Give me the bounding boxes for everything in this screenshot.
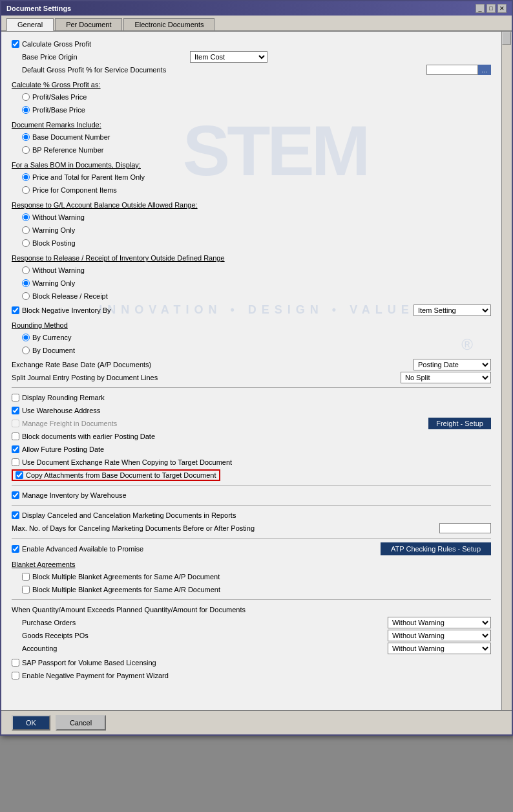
- sap-passport-label[interactable]: SAP Passport for Volume Based Licensing: [12, 659, 156, 667]
- profit-base-price-label[interactable]: Profit/Base Price: [22, 106, 85, 114]
- tab-general[interactable]: General: [6, 18, 54, 31]
- price-component-label[interactable]: Price for Component Items: [22, 186, 117, 194]
- cancel-button[interactable]: Cancel: [56, 715, 106, 731]
- accounting-dropdown[interactable]: Without Warning: [388, 643, 491, 654]
- use-warehouse-checkbox[interactable]: [12, 407, 19, 414]
- remarks-header: Document Remarks Include:: [12, 121, 101, 129]
- bp-reference-row: BP Reference Number: [22, 144, 491, 156]
- atp-label[interactable]: Enable Advanced Available to Promise: [12, 545, 143, 553]
- sap-passport-checkbox[interactable]: [12, 659, 19, 667]
- block-negative-label[interactable]: Block Negative Inventory By: [12, 306, 111, 314]
- max-days-input[interactable]: [439, 523, 491, 533]
- allow-future-posting-label[interactable]: Allow Future Posting Date: [12, 445, 104, 453]
- by-document-row: By Document: [22, 345, 491, 356]
- by-document-label[interactable]: By Document: [22, 347, 75, 354]
- inv-without-warning-radio[interactable]: [22, 266, 30, 274]
- display-cancelled-label[interactable]: Display Canceled and Cancelation Marketi…: [12, 511, 236, 519]
- gl-block-posting-label[interactable]: Block Posting: [22, 239, 76, 247]
- maximize-button[interactable]: □: [487, 4, 496, 13]
- section-checkboxes: Display Rounding Remark Use Warehouse Ad…: [12, 392, 491, 481]
- section-bom: For a Sales BOM in Documents, Display: P…: [12, 158, 491, 196]
- inv-warning-only-label[interactable]: Warning Only: [22, 279, 75, 287]
- display-rounding-label[interactable]: Display Rounding Remark: [12, 394, 105, 401]
- inv-block-release-label[interactable]: Block Release / Receipt: [22, 292, 108, 300]
- inv-without-warning-label[interactable]: Without Warning: [22, 266, 85, 274]
- section-rounding: Rounding Method By Currency By Document: [12, 319, 491, 356]
- gl-without-warning-radio[interactable]: [22, 213, 30, 221]
- freight-setup-button[interactable]: Freight - Setup: [428, 418, 491, 429]
- manage-inventory-label[interactable]: Manage Inventory by Warehouse: [12, 491, 127, 499]
- use-doc-exchange-row: Use Document Exchange Rate When Copying …: [12, 456, 491, 468]
- rounding-header: Rounding Method: [12, 321, 68, 329]
- display-rounding-row: Display Rounding Remark: [12, 392, 491, 403]
- gl-warning-only-radio[interactable]: [22, 226, 30, 234]
- blanket-ap-checkbox[interactable]: [22, 573, 30, 581]
- base-doc-number-label[interactable]: Base Document Number: [22, 133, 110, 141]
- block-earlier-posting-label[interactable]: Block documents with earlier Posting Dat…: [12, 433, 155, 440]
- price-total-parent-radio[interactable]: [22, 173, 30, 181]
- manage-inventory-checkbox[interactable]: [12, 491, 19, 499]
- blanket-ar-label[interactable]: Block Multiple Blanket Agreements for Sa…: [22, 586, 220, 593]
- remarks-header-row: Document Remarks Include:: [12, 118, 491, 130]
- exchange-rate-dropdown[interactable]: Posting Date: [414, 359, 491, 370]
- close-button[interactable]: ✕: [497, 4, 507, 13]
- gl-without-warning-label[interactable]: Without Warning: [22, 213, 85, 221]
- enable-negative-payment-label[interactable]: Enable Negative Payment for Payment Wiza…: [12, 672, 169, 679]
- inv-block-release-radio[interactable]: [22, 292, 30, 300]
- accounting-row: Accounting Without Warning: [22, 643, 491, 654]
- by-document-radio[interactable]: [22, 347, 30, 354]
- ok-button[interactable]: OK: [12, 715, 50, 731]
- minimize-button[interactable]: _: [476, 4, 485, 13]
- allow-future-posting-checkbox[interactable]: [12, 445, 19, 453]
- base-price-origin-dropdown[interactable]: Item Cost: [190, 51, 267, 63]
- base-doc-number-radio[interactable]: [22, 133, 30, 141]
- display-cancelled-checkbox[interactable]: [12, 511, 19, 519]
- bp-reference-label[interactable]: BP Reference Number: [22, 146, 103, 154]
- block-negative-dropdown[interactable]: Item Setting: [414, 304, 491, 316]
- block-negative-checkbox[interactable]: [12, 306, 19, 314]
- purchase-orders-dropdown[interactable]: Without Warning: [388, 617, 491, 628]
- use-doc-exchange-label[interactable]: Use Document Exchange Rate When Copying …: [12, 458, 232, 466]
- gl-block-posting-radio[interactable]: [22, 239, 30, 247]
- tab-electronic-documents[interactable]: Electronic Documents: [123, 18, 215, 30]
- by-currency-label[interactable]: By Currency: [22, 334, 72, 341]
- section-calculate-gross-profit: Calculate % Gross Profit as: Profit/Sale…: [12, 78, 491, 116]
- price-component-radio[interactable]: [22, 186, 30, 194]
- content-area: STEM INNOVATION • DESIGN • VALUE ® Calcu…: [1, 32, 512, 710]
- use-doc-exchange-checkbox[interactable]: [12, 458, 19, 466]
- block-earlier-posting-checkbox[interactable]: [12, 433, 19, 440]
- scrollbar[interactable]: [501, 32, 512, 710]
- tab-per-document[interactable]: Per Document: [55, 18, 122, 30]
- blanket-ap-label[interactable]: Block Multiple Blanket Agreements for Sa…: [22, 573, 220, 581]
- enable-negative-payment-checkbox[interactable]: [12, 672, 19, 679]
- profit-base-price-radio[interactable]: [22, 106, 30, 114]
- bp-reference-radio[interactable]: [22, 146, 30, 154]
- section-blanket: Blanket Agreements Block Multiple Blanke…: [12, 558, 491, 595]
- blanket-ar-checkbox[interactable]: [22, 586, 30, 593]
- divider-3: [12, 505, 491, 506]
- atp-setup-button[interactable]: ATP Checking Rules - Setup: [381, 542, 491, 555]
- default-gross-profit-picker[interactable]: …: [478, 65, 491, 75]
- calculate-gross-profit-checkbox[interactable]: [12, 40, 19, 48]
- copy-attachments-checkbox[interactable]: [16, 471, 23, 479]
- calculate-gross-profit-label[interactable]: Calculate Gross Profit: [12, 40, 91, 48]
- copy-attachments-highlight: Copy Attachments from Base Document to T…: [12, 469, 220, 481]
- goods-receipts-dropdown[interactable]: Without Warning: [388, 630, 491, 641]
- gl-warning-only-label[interactable]: Warning Only: [22, 226, 75, 234]
- by-currency-radio[interactable]: [22, 334, 30, 341]
- default-gross-profit-input[interactable]: [426, 65, 478, 75]
- profit-sales-price-radio[interactable]: [22, 93, 30, 101]
- split-journal-dropdown[interactable]: No Split: [401, 372, 491, 383]
- profit-sales-price-label[interactable]: Profit/Sales Price: [22, 93, 87, 101]
- title-bar: Document Settings _ □ ✕: [1, 1, 512, 16]
- display-rounding-checkbox[interactable]: [12, 394, 19, 401]
- use-warehouse-label[interactable]: Use Warehouse Address: [12, 407, 100, 414]
- enable-negative-payment-row: Enable Negative Payment for Payment Wiza…: [12, 670, 491, 681]
- atp-checkbox[interactable]: [12, 545, 19, 553]
- bottom-spacer: [12, 684, 491, 703]
- inv-warning-only-radio[interactable]: [22, 279, 30, 287]
- bom-header: For a Sales BOM in Documents, Display:: [12, 161, 141, 169]
- price-total-parent-label[interactable]: Price and Total for Parent Item Only: [22, 173, 145, 181]
- footer: OK Cancel: [1, 710, 512, 734]
- calculate-pct-header-row: Calculate % Gross Profit as:: [12, 78, 491, 90]
